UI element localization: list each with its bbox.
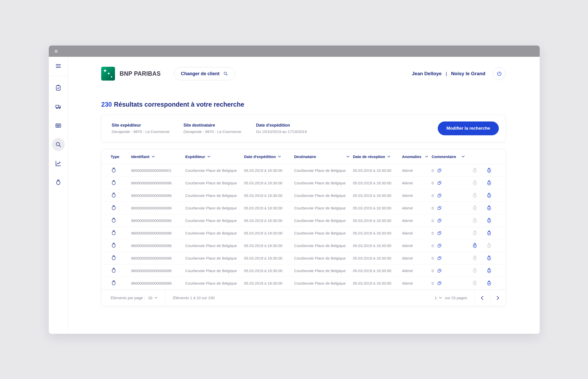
sack-out-button[interactable] — [471, 179, 479, 187]
sack-out-button[interactable] — [471, 166, 479, 174]
comment-copy-icon[interactable] — [437, 206, 442, 210]
sack-in-button[interactable] — [485, 191, 493, 199]
sack-out-button[interactable] — [471, 241, 479, 250]
sort-chevron-icon[interactable] — [387, 156, 390, 158]
per-page-select[interactable]: 10 — [148, 296, 157, 300]
cell-anomalies: Abimé — [402, 218, 432, 223]
sack-in-button[interactable] — [485, 266, 493, 275]
cell-destinataire: Courbevoie Place de Belgique — [294, 281, 353, 285]
comment-count: 0 — [432, 256, 434, 260]
column-header-exp[interactable]: Expéditeur — [185, 154, 244, 159]
table-row[interactable]: 8800000000000000086 Courbevoie Place de … — [101, 252, 505, 264]
comment-count: 0 — [432, 168, 434, 173]
cell-identifiant: 8800000000000000086 — [131, 269, 185, 273]
cell-date-reception: 05.03.2019 à 18:30:00 — [353, 256, 402, 260]
comment-copy-icon[interactable] — [437, 281, 442, 286]
modify-search-button[interactable]: Modifier la recherche — [438, 121, 499, 135]
cell-date-reception: 05.03.2019 à 18:30:00 — [353, 243, 402, 248]
comment-copy-icon[interactable] — [437, 218, 442, 223]
bnp-logo — [101, 67, 115, 81]
column-label: Date de réception — [353, 154, 385, 159]
column-header-dexp[interactable]: Date d'expédition — [244, 154, 294, 159]
change-client-button[interactable]: Changer de client — [174, 67, 235, 80]
sack-in-button[interactable] — [485, 216, 493, 225]
sack-in-button[interactable] — [485, 166, 493, 174]
page-title: 230Résultats correspondent à votre reche… — [101, 101, 506, 108]
table-footer: Éléments par page : 10 Éléments 1 à 10 s… — [101, 289, 505, 306]
table-row[interactable]: 8800000000000000086 Courbevoie Place de … — [101, 227, 505, 239]
page-select[interactable]: 1 — [435, 296, 442, 300]
sack-in-button[interactable] — [485, 179, 493, 187]
barcode-icon[interactable] — [55, 122, 62, 129]
parcel-bag-icon — [111, 280, 117, 286]
column-header-id[interactable]: Identifiant — [131, 154, 185, 159]
table-row[interactable]: 8800000000000000086 Courbevoie Place de … — [101, 189, 505, 202]
cell-date-expedition: 05.03.2019 à 18:30:00 — [244, 256, 294, 260]
comment-copy-icon[interactable] — [437, 181, 442, 185]
sack-out-button[interactable] — [471, 204, 479, 212]
sort-chevron-icon[interactable] — [462, 156, 465, 158]
column-label: Expéditeur — [185, 154, 205, 159]
cell-identifiant: 8800000000000000086 — [131, 281, 185, 285]
comment-copy-icon[interactable] — [437, 268, 442, 273]
column-header-ano[interactable]: Anomalies — [402, 154, 432, 159]
sack-in-button[interactable] — [485, 279, 493, 287]
column-header-com[interactable]: Commentaire — [432, 154, 467, 159]
sack-in-icon — [486, 255, 492, 261]
sack-out-button[interactable] — [471, 229, 479, 237]
sort-chevron-icon[interactable] — [425, 156, 428, 158]
comment-copy-icon[interactable] — [437, 193, 442, 198]
sort-chevron-icon[interactable] — [207, 156, 210, 158]
sack-out-icon — [472, 167, 478, 173]
table-row[interactable]: 8800000000000000086 Courbevoie Place de … — [101, 264, 505, 277]
table-row[interactable]: 8800000000000000001 Courbevoie Place de … — [101, 164, 505, 177]
comment-copy-icon[interactable] — [437, 243, 442, 248]
window-titlebar[interactable] — [49, 46, 540, 57]
sack-in-button[interactable] — [485, 254, 493, 262]
parcel-bag-icon — [111, 192, 117, 198]
sack-out-button[interactable] — [471, 279, 479, 287]
sack-out-button[interactable] — [471, 216, 479, 225]
parcel-bag-icon — [111, 255, 117, 261]
table-row[interactable]: 8800000000000000086 Courbevoie Place de … — [101, 214, 505, 227]
per-page-value: 10 — [148, 296, 152, 300]
sack-out-button[interactable] — [471, 266, 479, 275]
comment-copy-icon[interactable] — [437, 168, 442, 173]
sort-chevron-icon[interactable] — [347, 156, 349, 158]
column-header-drec[interactable]: Date de réception — [353, 154, 402, 159]
current-page: 1 — [435, 296, 437, 300]
column-header-type: Type — [111, 154, 131, 159]
sack-in-button[interactable] — [485, 241, 493, 250]
comment-copy-icon[interactable] — [437, 231, 442, 236]
table-row[interactable]: 8800000000000000086 Courbevoie Place de … — [101, 277, 505, 289]
sack-in-button[interactable] — [485, 229, 493, 237]
filter-value: Docaposte - 8870 - La Courneuve — [183, 129, 256, 134]
sort-chevron-icon[interactable] — [152, 156, 155, 158]
sack-in-button[interactable] — [485, 204, 493, 212]
sack-in-icon — [486, 180, 492, 186]
cell-destinataire: Courbevoie Place de Belgique — [294, 206, 353, 210]
sort-chevron-icon[interactable] — [278, 156, 281, 158]
search-icon[interactable] — [55, 141, 62, 148]
logout-button[interactable] — [493, 67, 506, 80]
table-header: TypeIdentifiantExpéditeurDate d'expéditi… — [101, 149, 505, 164]
table-row[interactable]: 8800000000000000086 Courbevoie Place de … — [101, 202, 505, 214]
money-bag-icon[interactable] — [55, 179, 62, 186]
sack-out-button[interactable] — [471, 191, 479, 199]
table-row[interactable]: 8800000000000000086 Courbevoie Place de … — [101, 177, 505, 189]
clipboard-check-icon[interactable] — [55, 84, 62, 91]
hamburger-menu-icon[interactable] — [55, 62, 62, 70]
previous-page-button[interactable] — [475, 290, 490, 306]
next-page-button[interactable] — [490, 290, 505, 306]
window-control-dot[interactable] — [54, 50, 58, 53]
comment-copy-icon[interactable] — [437, 256, 442, 261]
sack-out-button[interactable] — [471, 254, 479, 262]
column-header-dest[interactable]: Destinataire — [294, 154, 353, 159]
cell-expediteur: Courbevoie Place de Belgique — [185, 243, 244, 248]
truck-icon[interactable] — [55, 103, 62, 110]
comment-count: 0 — [432, 269, 434, 273]
column-label: Anomalies — [402, 154, 421, 159]
cell-expediteur: Courbevoie Place de Belgique — [185, 181, 244, 185]
table-row[interactable]: 8800000000000000086 Courbevoie Place de … — [101, 239, 505, 252]
line-chart-icon[interactable] — [55, 160, 62, 167]
